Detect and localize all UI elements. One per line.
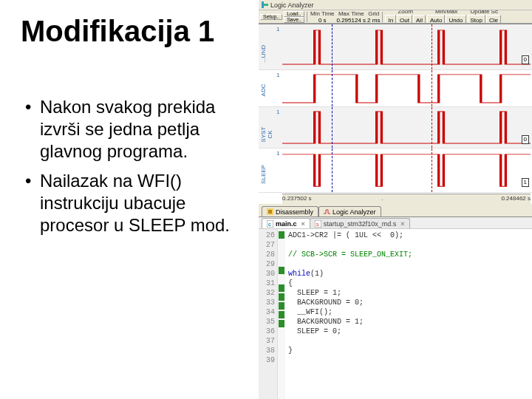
logic-analyzer-window: Logic Analyzer Setup.. Load.. Save.. Min… — [259, 0, 532, 399]
channel-y1: 1 — [276, 109, 279, 115]
cursor-b[interactable] — [432, 70, 432, 106]
separator — [307, 12, 307, 22]
timescale: 0.237502 s . 0.248462 s — [282, 194, 531, 204]
line-marker — [279, 302, 284, 310]
grid-label: Grid — [367, 10, 380, 17]
max-time-value: 0.295124 s — [337, 17, 366, 24]
svg-rect-1 — [262, 1, 264, 8]
zoom-all-button[interactable]: All — [413, 15, 426, 24]
grid-value: 2 ms — [367, 17, 380, 24]
file-tab-label: main.c — [276, 220, 297, 228]
line-marker — [279, 231, 284, 239]
cursor-b[interactable] — [432, 24, 432, 69]
channel-y1: 1 — [276, 26, 279, 33]
disassembly-icon — [267, 208, 273, 215]
line-marker — [279, 249, 284, 256]
load-button[interactable]: Load.. — [284, 11, 304, 17]
timescale-right: 0.248462 s — [501, 195, 531, 203]
stop-button[interactable]: Stop — [468, 15, 485, 24]
save-button[interactable]: Save.. — [284, 17, 304, 23]
cursor-a[interactable] — [332, 107, 332, 148]
svg-text:s: s — [316, 222, 319, 227]
line-marker — [279, 258, 284, 265]
min-time-label: Min Time — [310, 10, 335, 17]
waveform-icon — [282, 107, 531, 148]
cursor-a[interactable] — [332, 70, 332, 106]
cursor-b[interactable] — [432, 107, 432, 148]
line-marker — [279, 267, 284, 274]
asm-file-icon: s — [315, 220, 321, 228]
tab-label: Logic Analyzer — [332, 208, 376, 216]
timescale-left: 0.237502 s — [282, 195, 312, 203]
file-tab-label: startup_stm32f10x_md.s — [324, 220, 397, 228]
logic-analyzer-icon — [324, 208, 330, 215]
channel-y1: 1 — [276, 150, 279, 157]
line-marker — [279, 338, 284, 345]
code-content[interactable]: ADC1->CR2 |= ( 1UL << 0); // SCB->SCR = … — [285, 229, 532, 399]
zoom-in-button[interactable]: In — [385, 15, 396, 24]
channel-value: 1 — [522, 178, 529, 187]
svg-rect-3 — [268, 210, 272, 214]
page-title: Modifikacija 1 — [21, 15, 214, 48]
channel-label: SYST CK — [260, 123, 273, 146]
channel-value: 0 — [522, 135, 529, 144]
waveform-icon — [282, 70, 531, 106]
c-file-icon: c — [267, 220, 273, 228]
waveform-area[interactable]: ...UND 1 0 ADC 1 — [259, 24, 532, 204]
cursor-b[interactable] — [432, 149, 432, 192]
channel-value: 0 — [522, 55, 529, 64]
close-icon[interactable]: × — [301, 220, 305, 228]
line-marker — [279, 329, 284, 336]
channel-label: ...UND — [260, 43, 267, 65]
waveform-icon — [282, 24, 531, 69]
bullet-list: Nakon svakog prekida izvrši se jedna pet… — [25, 96, 254, 244]
channel-label: SLEEP — [260, 163, 267, 185]
panel-tabbar: Disassembly Logic Analyzer — [259, 205, 532, 217]
window-title: Logic Analyzer — [270, 1, 314, 9]
bullet-item: Nailazak na WFI() instrukciju ubacuje pr… — [25, 170, 254, 236]
line-marker — [279, 276, 284, 283]
line-marker — [279, 293, 284, 301]
close-icon[interactable]: × — [400, 220, 404, 228]
line-marker — [279, 347, 284, 354]
bullet-item: Nakon svakog prekida izvrši se jedna pet… — [25, 96, 254, 163]
file-tab-startup-s[interactable]: s startup_stm32f10x_md.s × — [310, 218, 410, 228]
line-marker — [279, 240, 284, 248]
line-marker — [279, 284, 284, 292]
max-time-label: Max Time — [338, 10, 365, 17]
tab-disassembly[interactable]: Disassembly — [262, 206, 318, 216]
marker-column — [278, 229, 285, 399]
cursor-a[interactable] — [332, 149, 332, 192]
min-time-value: 0 s — [318, 17, 327, 24]
app-icon — [262, 1, 268, 8]
clear-button[interactable]: Cle — [486, 15, 501, 24]
svg-text:c: c — [268, 222, 271, 227]
code-editor[interactable]: 2627282930313233343536373839 ADC1->CR2 |… — [259, 229, 532, 399]
channel-label: ADC — [260, 79, 267, 101]
separator — [382, 12, 383, 22]
waveform-icon — [282, 149, 531, 192]
line-marker — [279, 320, 284, 327]
window-titlebar: Logic Analyzer — [259, 0, 532, 10]
tab-label: Disassembly — [276, 208, 313, 216]
cursor-a[interactable] — [332, 24, 332, 69]
undo-button[interactable]: Undo — [446, 15, 466, 24]
file-tabbar: c main.c × s startup_stm32f10x_md.s × — [259, 217, 532, 229]
file-tab-main-c[interactable]: c main.c × — [262, 218, 310, 228]
auto-button[interactable]: Auto — [427, 15, 445, 24]
channel-y1: 1 — [276, 72, 279, 78]
setup-button[interactable]: Setup.. — [260, 14, 282, 20]
line-marker — [279, 311, 284, 318]
zoom-out-button[interactable]: Out — [397, 15, 412, 24]
analyzer-toolbar: Setup.. Load.. Save.. Min Time 0 s Max T… — [259, 10, 532, 24]
tab-logic-analyzer[interactable]: Logic Analyzer — [318, 206, 381, 216]
line-number-gutter: 2627282930313233343536373839 — [259, 229, 278, 399]
